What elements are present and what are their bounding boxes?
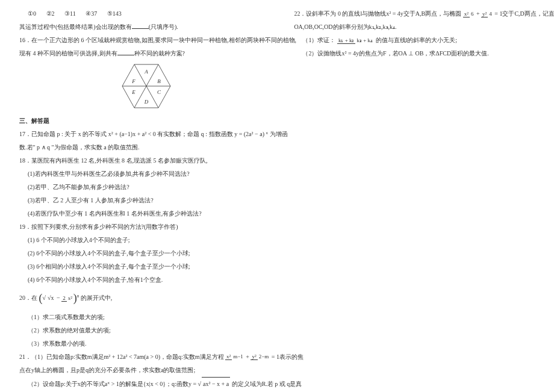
hex-label-E: E xyxy=(131,89,135,95)
q20-pre: 20．在 xyxy=(19,294,37,301)
section-3-title: 三、解答题 xyxy=(19,114,273,128)
opt-3: ③11 xyxy=(64,7,76,20)
q19: 19．按照下列要求,分别求有多少种不同的方法?(用数字作答) xyxy=(19,220,273,234)
hex-label-A: A xyxy=(144,69,148,75)
q22-1: （1）求证： k₁ + k₂k₃ + k₄ 的值与直线l的斜率的大小无关; xyxy=(294,34,536,47)
blank-1 xyxy=(132,23,149,29)
q20-2: （2）求系数的绝对值最大的项; xyxy=(19,324,273,337)
q15-tail: 其运算过程中(包括最终结果)会出现的数有(只填序号). xyxy=(19,20,273,34)
opt-4: ④37 xyxy=(86,7,97,20)
hex-label-B: B xyxy=(157,78,161,84)
q20-exp: 8 xyxy=(77,294,79,299)
q16-line2-b: 种不同的栽种方案? xyxy=(134,50,185,57)
q18-4: (4)若医疗队中至少有 1 名内科医生和 1 名外科医生,有多少种选法? xyxy=(19,207,273,220)
q22-line1: 22．设斜率不为 0 的直线l与抛物线x² = 4y交于A,B两点，与椭圆 x²… xyxy=(294,7,536,20)
q15-tail-suffix: (只填序号). xyxy=(149,23,178,30)
q21-1-line1: 21．（1）已知命题p:实数m满足m² + 12a² < 7am(a > 0)，… xyxy=(19,350,273,364)
q16-line2-a: 现有 4 种不同的植物可供选择,则共有 xyxy=(19,50,117,57)
q19-1: (1) 6 个不同的小球放入4个不同的盒子; xyxy=(19,234,273,247)
opt-2: ②2 xyxy=(46,7,55,20)
q18-1: (1)若内科医生甲与外科医生乙必须参加,共有多少种不同选法? xyxy=(19,167,273,181)
q21-frac-1: x²m−1 xyxy=(225,354,244,360)
q22-line2: OA,OB,OC,OD的斜率分别为k₁,k₂,k₃,k₄. xyxy=(294,20,536,34)
q21-2-line1: （2）设命题p:关于x的不等式aˣ > 1的解集是{x|x < 0}；q:函数y… xyxy=(19,377,273,391)
q22-2: （2）设抛物线x² = 4y的焦点为F，若OA ⊥ OB，求ΔFCD面积的最大值… xyxy=(294,47,536,60)
left-column: ①0 ②2 ③11 ④37 ⑤143 其运算过程中(包括最终结果)会出现的数有(… xyxy=(0,0,288,392)
q17-line2: 数.若" p ∧ q "为假命题，求实数 a 的取值范围. xyxy=(19,141,273,154)
q19-2: (2) 6个不同的小球放入4个不同的盒子,每个盒子至少一个小球; xyxy=(19,247,273,260)
q20: 20．在 (√√x − 2x²)8 的展开式中, xyxy=(19,287,273,311)
q19-3: (3) 6个相同的小球放入4个不同的盒子,每个盒子至少一个小球; xyxy=(19,260,273,273)
q22-frac-1: x²6 xyxy=(463,11,475,17)
page: ①0 ②2 ③11 ④37 ⑤143 其运算过程中(包括最终结果)会出现的数有(… xyxy=(0,0,554,392)
q22a: 22．设斜率不为 0 的直线l与抛物线x² = 4y交于A,B两点，与椭圆 xyxy=(294,10,461,17)
q19-4: (4) 6个不同的小球放入4个不同的盒子,恰有1个空盒. xyxy=(19,273,273,287)
opt-1: ①0 xyxy=(28,7,36,20)
q20-1: （1）求二项式系数最大的项; xyxy=(19,311,273,324)
hex-label-F: F xyxy=(131,78,135,84)
hexagon-figure: A B C D E F xyxy=(19,63,273,110)
q22b: = 1交于C,D两点，记直线 xyxy=(494,10,554,17)
right-column: 22．设斜率不为 0 的直线l与抛物线x² = 4y交于A,B两点，与椭圆 x²… xyxy=(288,0,554,392)
q16-line2: 现有 4 种不同的植物可供选择,则共有种不同的栽种方案? xyxy=(19,47,273,60)
q18: 18．某医院有内科医生 12 名,外科医生 8 名,现选派 5 名参加赈灾医疗队… xyxy=(19,154,273,167)
hex-label-D: D xyxy=(144,99,149,105)
hexagon-svg: A B C D E F xyxy=(113,63,179,110)
q20-sqrt: √√x xyxy=(43,294,55,301)
hex-label-C: C xyxy=(157,89,161,95)
q21-1-line2: 点在y轴上的椭圆，且p是q的充分不必要条件，求实数a的取值范围; xyxy=(19,364,273,377)
q18-2: (2)若甲、乙均不能参加,有多少种选法? xyxy=(19,181,273,194)
q21-1a: 21．（1）已知命题p:实数m满足m² + 12a² < 7am(a > 0)，… xyxy=(19,353,224,360)
options-row: ①0 ②2 ③11 ④37 ⑤143 xyxy=(19,7,273,20)
q20-post: 的展开式中, xyxy=(81,294,113,301)
blank-2 xyxy=(117,50,134,55)
q20-frac: 2x² xyxy=(61,296,73,302)
q18-3: (3)若甲、乙 2 人至少有 1 人参加,有多少种选法? xyxy=(19,194,273,207)
q22-1b: 的值与直线l的斜率的大小无关; xyxy=(376,37,458,43)
opt-5: ⑤143 xyxy=(107,7,122,20)
q21-frac-2: y²2−m xyxy=(251,354,270,360)
q17-line1: 17．已知命题 p : 关于 x 的不等式 x² + (a−1)x + a² <… xyxy=(19,128,273,141)
lparen-icon: ( xyxy=(39,292,43,304)
q22-1a: （1）求证： xyxy=(302,37,335,43)
q22-frac-2: y²4 xyxy=(481,11,493,17)
q22-1-frac: k₁ + k₂k₃ + k₄ xyxy=(337,38,374,44)
q21-2-sqrt: √ax² − x + a xyxy=(198,381,231,387)
q20-3: （3）求系数最小的项. xyxy=(19,337,273,350)
q21-2a: （2）设命题p:关于x的不等式aˣ > 1的解集是{x|x < 0}；q:函数y… xyxy=(28,381,196,387)
q16-line1: 16．在一个正六边形的 6 个区域栽种观赏植物,如图,要求同一块中种同一种植物,… xyxy=(19,34,273,47)
q15-tail-text: 其运算过程中(包括最终结果)会出现的数有 xyxy=(19,23,132,30)
